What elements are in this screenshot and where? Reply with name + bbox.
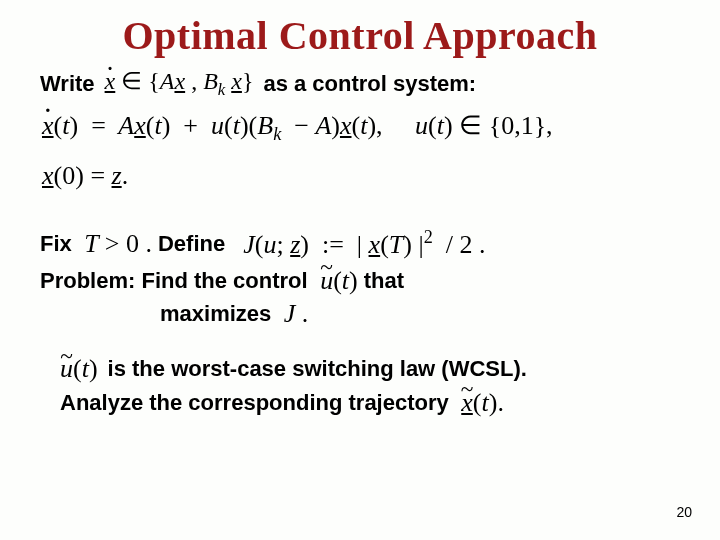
fix-label: Fix xyxy=(40,227,72,260)
u-tilde-expression: u(t) xyxy=(314,266,358,296)
wcsl-text-2: Analyze the corresponding trajectory xyxy=(60,386,449,419)
wcsl-line-1: u(t) is the worst-case switching law (WC… xyxy=(60,354,680,384)
problem-label: Problem: Find the control xyxy=(40,264,308,297)
fix-define-line: Fix T > 0 . Define J(u; z) := | x(T) |2 … xyxy=(40,227,680,260)
x-tilde-symbol: x(t). xyxy=(455,388,504,418)
problem-line-1: Problem: Find the control u(t) that xyxy=(40,264,680,297)
write-line: Write x ∈ {Ax , Bk x} as a control syste… xyxy=(40,67,680,100)
write-suffix: as a control system: xyxy=(263,67,476,100)
initial-condition: x(0) = z. xyxy=(42,161,680,191)
fix-expression: T > 0 . xyxy=(78,229,152,259)
inclusion-expression: x ∈ {Ax , Bk x} xyxy=(105,67,254,100)
u-tilde-symbol: u(t) xyxy=(60,354,98,384)
wcsl-line-2: Analyze the corresponding trajectory x(t… xyxy=(60,386,680,419)
system-equation: x(t) = Ax(t) + u(t)(Bk − A)x(t), u(t) ∈ … xyxy=(42,110,680,145)
slide-title: Optimal Control Approach xyxy=(40,12,680,59)
page-number: 20 xyxy=(676,504,692,520)
define-label: Define xyxy=(158,227,225,260)
problem-block: Fix T > 0 . Define J(u; z) := | x(T) |2 … xyxy=(40,227,680,330)
problem-that: that xyxy=(364,264,404,297)
problem-maximizes: maximizes xyxy=(160,297,271,330)
J-symbol: J . xyxy=(277,299,308,329)
slide: Optimal Control Approach Write x ∈ {Ax ,… xyxy=(0,0,720,540)
define-expression: J(u; z) := | x(T) |2 / 2 . xyxy=(243,227,485,260)
problem-line-2: maximizes J . xyxy=(40,297,680,330)
